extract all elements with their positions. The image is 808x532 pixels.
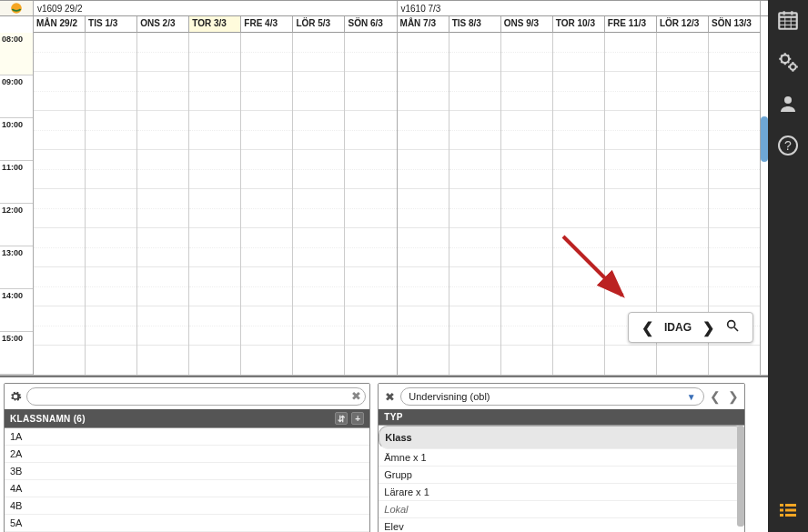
day-header[interactable]: FRE 11/3 xyxy=(605,16,657,33)
svg-rect-19 xyxy=(780,509,783,512)
day-header[interactable]: SÖN 13/3 xyxy=(709,16,761,33)
day-column[interactable] xyxy=(241,33,293,375)
list-item[interactable]: Elev xyxy=(379,518,743,532)
list-icon[interactable] xyxy=(775,497,801,523)
day-header[interactable]: LÖR 12/3 xyxy=(657,16,709,33)
day-column[interactable] xyxy=(501,33,553,375)
calendar-scrollbar[interactable] xyxy=(761,116,768,162)
week-header-row: v1609 29/2 v1610 7/3 xyxy=(0,0,768,16)
list-item[interactable]: 4B xyxy=(5,497,369,515)
day-header[interactable]: SÖN 6/3 xyxy=(345,16,397,33)
type-prev-button[interactable]: ❮ xyxy=(708,389,722,404)
type-list: KlassÄmne x 1GruppLärare x 1LokalElevPla… xyxy=(379,425,743,532)
svg-rect-20 xyxy=(785,509,796,512)
bottom-panel: ✖ KLASSNAMN (6) ⇵ + 1A2A3B4A4B5A SENASTE… xyxy=(0,376,768,532)
day-header[interactable]: TIS 1/3 xyxy=(86,16,137,33)
list-item[interactable]: Klass xyxy=(379,426,743,449)
list-item[interactable]: Ämne x 1 xyxy=(379,449,743,467)
svg-rect-18 xyxy=(785,504,796,507)
week-label-2: v1610 7/3 xyxy=(398,1,762,15)
day-header[interactable]: TOR 10/3 xyxy=(553,16,605,33)
hour-label: 14:00 xyxy=(0,289,33,332)
class-pane: ✖ KLASSNAMN (6) ⇵ + 1A2A3B4A4B5A SENASTE… xyxy=(4,383,370,532)
right-sidebar: ? xyxy=(768,0,808,532)
svg-point-13 xyxy=(790,64,796,70)
svg-point-14 xyxy=(784,96,792,104)
list-item[interactable]: 5A xyxy=(5,515,369,532)
prev-button[interactable]: ❮ xyxy=(641,319,653,336)
user-icon[interactable] xyxy=(775,91,801,116)
list-item[interactable]: Grupp xyxy=(379,467,743,484)
list-item[interactable]: 3B xyxy=(5,463,369,480)
list-item[interactable]: 1A xyxy=(5,428,369,446)
class-list: 1A2A3B4A4B5A xyxy=(5,427,369,532)
app-logo[interactable] xyxy=(0,1,34,15)
day-header[interactable]: MÅN 29/2 xyxy=(34,16,86,33)
svg-rect-22 xyxy=(785,514,796,517)
hour-label: 15:00 xyxy=(0,332,33,375)
day-header[interactable]: LÖR 5/3 xyxy=(293,16,345,33)
day-column[interactable] xyxy=(137,33,189,375)
clear-icon[interactable]: ✖ xyxy=(351,389,361,403)
hour-label: 13:00 xyxy=(0,246,33,289)
list-item[interactable]: Lärare x 1 xyxy=(379,484,743,501)
svg-rect-17 xyxy=(780,504,783,507)
sort-icon[interactable]: ⇵ xyxy=(335,412,348,425)
help-icon[interactable]: ? xyxy=(775,133,801,158)
week-label-1: v1609 29/2 xyxy=(34,1,398,15)
search-button[interactable] xyxy=(725,318,740,336)
day-column[interactable] xyxy=(86,33,137,375)
day-column[interactable] xyxy=(449,33,501,375)
day-column[interactable] xyxy=(398,33,449,375)
type-select[interactable]: Undervisning (obl) ▼ xyxy=(400,387,703,406)
hour-label: 08:00 xyxy=(0,33,33,75)
day-header[interactable]: ONS 9/3 xyxy=(501,16,553,33)
list-item[interactable]: 4A xyxy=(5,480,369,497)
class-column-header: KLASSNAMN (6) ⇵ + xyxy=(5,409,369,427)
calendar-icon[interactable] xyxy=(775,7,801,33)
list-item[interactable]: 2A xyxy=(5,446,369,463)
hour-label: 11:00 xyxy=(0,161,33,204)
day-column[interactable] xyxy=(345,33,397,375)
hour-label: 09:00 xyxy=(0,75,33,118)
day-column[interactable] xyxy=(189,33,241,375)
day-header[interactable]: TOR 3/3 xyxy=(189,16,241,33)
type-next-button[interactable]: ❯ xyxy=(726,389,741,404)
day-header[interactable]: ONS 2/3 xyxy=(137,16,189,33)
day-header-row: MÅN 29/2TIS 1/3ONS 2/3TOR 3/3FRE 4/3LÖR … xyxy=(0,16,768,33)
chevron-down-icon: ▼ xyxy=(687,392,696,402)
list-item[interactable]: Lokal xyxy=(379,501,743,518)
day-column[interactable] xyxy=(553,33,605,375)
svg-line-3 xyxy=(734,327,738,331)
day-header[interactable]: MÅN 7/3 xyxy=(398,16,449,33)
day-header[interactable]: FRE 4/3 xyxy=(241,16,293,33)
hour-label: 12:00 xyxy=(0,204,33,246)
close-icon[interactable]: ✖ xyxy=(382,389,397,404)
svg-point-2 xyxy=(728,321,735,328)
day-column[interactable] xyxy=(34,33,86,375)
type-column-header: TYP xyxy=(379,409,743,425)
svg-text:?: ? xyxy=(784,138,792,153)
date-nav-toolbar: ❮ IDAG ❯ xyxy=(628,312,753,343)
today-button[interactable]: IDAG xyxy=(664,321,692,334)
gear-icon[interactable] xyxy=(8,389,23,404)
settings-icon[interactable] xyxy=(775,49,801,75)
class-filter-input[interactable]: ✖ xyxy=(26,387,366,406)
day-header[interactable]: TIS 8/3 xyxy=(449,16,501,33)
day-column[interactable] xyxy=(293,33,345,375)
add-icon[interactable]: + xyxy=(351,412,364,425)
svg-point-0 xyxy=(11,3,22,14)
type-pane: ✖ Undervisning (obl) ▼ ❮ ❯ TYP KlassÄmne… xyxy=(378,383,744,532)
next-button[interactable]: ❯ xyxy=(702,319,714,336)
hour-label: 10:00 xyxy=(0,118,33,161)
svg-rect-21 xyxy=(780,514,783,517)
